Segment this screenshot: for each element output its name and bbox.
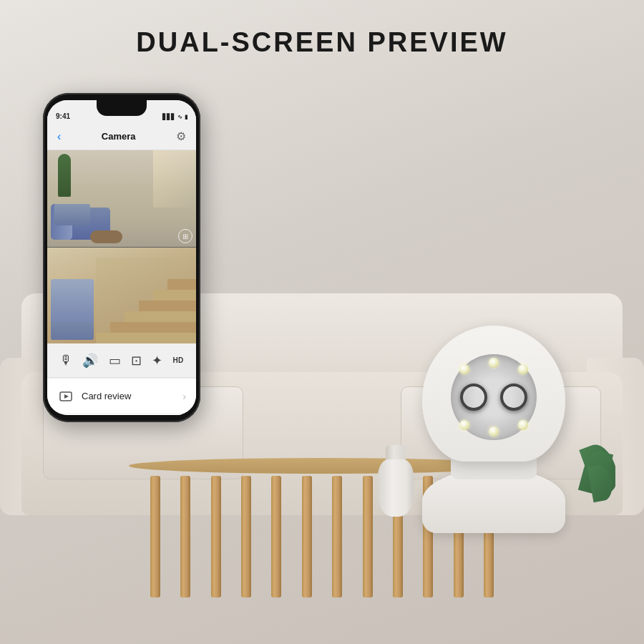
camera-lens-left (460, 384, 487, 411)
speaker-icon: 🔊 (82, 353, 98, 369)
card-review-label: Card review (82, 391, 182, 401)
feed-pip-icon[interactable]: ⊞ (178, 229, 192, 243)
signal-icon: ▋▋▋ (162, 114, 175, 120)
battery-icon: ▮ (185, 114, 187, 120)
camera-lens-right (500, 384, 527, 411)
settings-wheel-button[interactable]: ✦ (152, 353, 162, 369)
speaker-button[interactable]: 🔊 (82, 353, 98, 369)
mic-button[interactable]: 🎙 (59, 353, 72, 368)
camera-head (422, 326, 565, 462)
menu-item-light-warning[interactable]: Light warning › (47, 414, 196, 415)
camera-lenses (460, 384, 527, 411)
hd-button[interactable]: HD (172, 356, 183, 364)
phone-notch (97, 100, 147, 116)
snapshot-icon: ⊡ (131, 353, 142, 369)
mic-icon: 🎙 (59, 353, 72, 368)
phone-screen: 9:41 ▋▋▋ ∿ ▮ ‹ Camera ⚙ (47, 100, 196, 415)
status-time: 9:41 (56, 112, 70, 120)
phone-mockup: 9:41 ▋▋▋ ∿ ▮ ‹ Camera ⚙ (43, 93, 200, 422)
menu-item-card-review[interactable]: Card review › (47, 379, 196, 414)
card-review-icon (57, 388, 74, 405)
back-button[interactable]: ‹ (57, 130, 61, 143)
settings-wheel-icon: ✦ (152, 353, 162, 369)
snapshot-button[interactable]: ⊡ (131, 353, 142, 369)
page-title: DUAL-SCREEN PREVIEW (136, 27, 507, 58)
nav-title: Camera (102, 131, 136, 142)
wifi-icon: ∿ (177, 114, 182, 120)
record-button[interactable]: ▭ (109, 353, 121, 369)
camera-led-ring (451, 354, 537, 440)
feed-top-view: ⊞ (47, 150, 196, 247)
hd-label: HD (172, 356, 183, 364)
camera-feed-area: ⊞ (47, 150, 196, 343)
menu-list: Card review › (47, 379, 196, 415)
card-review-arrow: › (182, 391, 186, 402)
camera-device (401, 304, 587, 533)
navigation-bar: ‹ Camera ⚙ (47, 123, 196, 150)
settings-icon[interactable]: ⚙ (176, 130, 186, 143)
svg-marker-1 (64, 394, 69, 399)
status-icons: ▋▋▋ ∿ ▮ (162, 114, 187, 120)
controls-bar: 🎙 🔊 ▭ ⊡ ✦ HD (47, 343, 196, 378)
feed-bottom-view (47, 248, 196, 343)
main-scene: DUAL-SCREEN PREVIEW (0, 0, 644, 644)
record-icon: ▭ (109, 353, 121, 369)
